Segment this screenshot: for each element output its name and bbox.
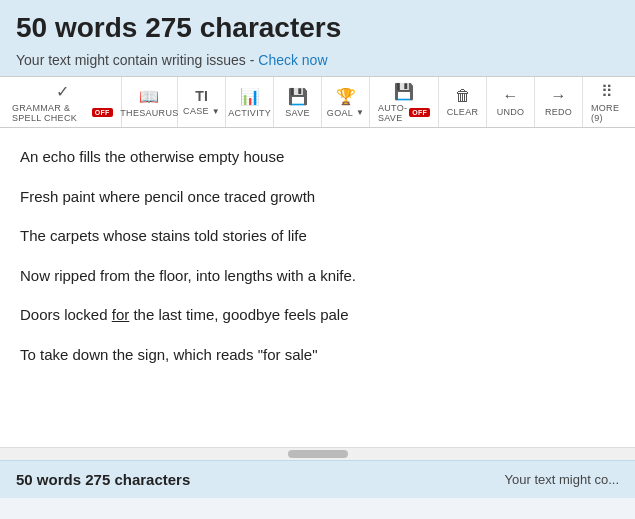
grammar-badge: OFF	[92, 108, 113, 117]
autosave-label: AUTO-SAVE	[378, 103, 407, 123]
scrollbar-area	[0, 448, 635, 460]
thesaurus-label: THESAURUS	[120, 108, 178, 118]
redo-button[interactable]: → REDO	[535, 77, 583, 127]
clear-icon: 🗑	[455, 87, 471, 105]
grammar-label: GRAMMAR & SPELL CHECK	[12, 103, 90, 123]
case-icon: TI	[195, 88, 207, 104]
more-button[interactable]: ⠿ MORE (9)	[583, 77, 631, 127]
goal-button[interactable]: 🏆 GOAL ▼	[322, 77, 370, 127]
editor-line-2: Fresh paint where pencil once traced gro…	[20, 184, 615, 210]
footer-bar: 50 words 275 characters Your text might …	[0, 460, 635, 498]
autosave-icon: 💾	[394, 82, 414, 101]
redo-label: REDO	[545, 107, 572, 117]
activity-icon: 📊	[240, 87, 260, 106]
activity-button[interactable]: 📊 ACTIVITY	[226, 77, 274, 127]
toolbar: ✓ GRAMMAR & SPELL CHECK OFF 📖 THESAURUS …	[0, 76, 635, 128]
autosave-button[interactable]: 💾 AUTO-SAVE OFF	[370, 77, 439, 127]
issues-prefix: Your text might contain writing issues -	[16, 52, 258, 68]
writing-issues: Your text might contain writing issues -…	[16, 52, 619, 68]
case-chevron: ▼	[212, 107, 220, 116]
footer-issues: Your text might co...	[505, 472, 619, 487]
goal-label: GOAL	[327, 108, 353, 118]
save-button[interactable]: 💾 SAVE	[274, 77, 322, 127]
undo-label: UNDO	[497, 107, 525, 117]
activity-label: ACTIVITY	[228, 108, 271, 118]
underlined-word: for	[112, 306, 130, 323]
editor-line-1: An echo fills the otherwise empty house	[20, 144, 615, 170]
case-button[interactable]: TI CASE ▼	[178, 77, 226, 127]
editor-line-5: Doors locked for the last time, goodbye …	[20, 302, 615, 328]
more-label: MORE (9)	[591, 103, 623, 123]
word-count-title: 50 words 275 characters	[16, 12, 619, 44]
scrollbar-thumb[interactable]	[288, 450, 348, 458]
goal-icon: 🏆	[336, 87, 356, 106]
editor-line-6: To take down the sign, which reads "for …	[20, 342, 615, 368]
save-icon: 💾	[288, 87, 308, 106]
clear-button[interactable]: 🗑 CLEAR	[439, 77, 487, 127]
check-now-link[interactable]: Check now	[258, 52, 327, 68]
case-label: CASE	[183, 106, 209, 116]
footer-word-count: 50 words 275 characters	[16, 471, 190, 488]
editor-area[interactable]: An echo fills the otherwise empty house …	[0, 128, 635, 448]
clear-label: CLEAR	[447, 107, 479, 117]
checkmark-icon: ✓	[56, 82, 69, 101]
grammar-spell-check-button[interactable]: ✓ GRAMMAR & SPELL CHECK OFF	[4, 77, 122, 127]
redo-icon: →	[551, 87, 567, 105]
editor-line-3: The carpets whose stains told stories of…	[20, 223, 615, 249]
undo-icon: ←	[503, 87, 519, 105]
save-label: SAVE	[285, 108, 310, 118]
more-icon: ⠿	[601, 82, 613, 101]
header-bar: 50 words 275 characters Your text might …	[0, 0, 635, 76]
goal-chevron: ▼	[356, 108, 364, 117]
thesaurus-icon: 📖	[139, 87, 159, 106]
undo-button[interactable]: ← UNDO	[487, 77, 535, 127]
autosave-badge: OFF	[409, 108, 430, 117]
thesaurus-button[interactable]: 📖 THESAURUS	[122, 77, 178, 127]
editor-line-4: Now ripped from the floor, into lengths …	[20, 263, 615, 289]
